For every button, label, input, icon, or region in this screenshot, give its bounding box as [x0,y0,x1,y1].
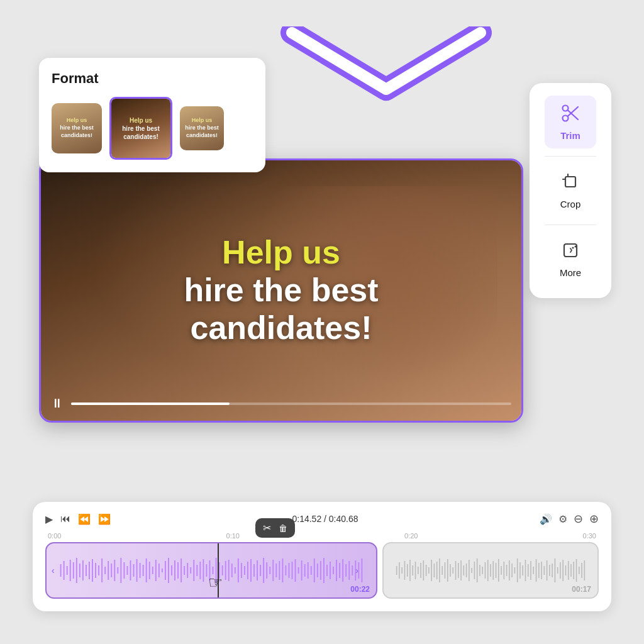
video-background: Help us hire the best candidates! ⏸ [41,160,521,421]
svg-rect-4 [565,177,575,187]
transport-controls: ▶ ⏮ ⏪ ⏩ [45,513,111,525]
headline-white2: candidates! [191,309,372,346]
timeline-controls: ▶ ⏮ ⏪ ⏩ 0:14.52 / 0:40.68 🔊 ⚙ ⊖ ⊕ [45,512,599,526]
skip-back-button[interactable]: ⏮ [60,513,70,525]
format-thumb-portrait[interactable]: Help ushire the bestcandidates! [109,97,172,160]
volume-icon[interactable]: 🔊 [540,513,552,525]
crop-label: Crop [560,199,581,209]
ruler-mark-1: 0:10 [226,532,240,540]
thumb-text-1: Help ushire the bestcandidates! [60,117,94,139]
svg-point-8 [572,247,574,249]
timeline-panel: ▶ ⏮ ⏪ ⏩ 0:14.52 / 0:40.68 🔊 ⚙ ⊖ ⊕ 0:00 0… [33,502,611,611]
ruler-mark-0: 0:00 [48,532,61,540]
track-scroll-left[interactable]: ‹ [52,565,55,575]
track-inactive[interactable]: 00:17 [382,542,599,599]
format-thumb-square[interactable]: Help ushire the bestcandidates! [52,103,102,153]
svg-point-9 [575,246,577,248]
view-controls: 🔊 ⚙ ⊖ ⊕ [540,512,599,526]
waveform-inactive [390,555,591,586]
timeline-ruler: 0:00 0:10 0:20 0:30 [45,532,599,540]
progress-fill [71,402,230,405]
trim-label: Trim [560,130,580,141]
format-panel: Format Help ushire the bestcandidates! H… [39,58,265,172]
format-title: Format [52,70,253,87]
main-container: Format Help ushire the bestcandidates! H… [20,20,624,624]
video-controls: ⏸ [51,396,511,411]
thumb-text-3: Help ushire the bestcandidates! [185,117,219,139]
track-active[interactable]: ‹ [45,542,377,599]
track-inactive-duration: 00:17 [572,585,591,594]
track-scroll-right[interactable]: › [355,565,358,575]
zoom-in-button[interactable]: ⊕ [589,512,599,526]
format-thumb-landscape[interactable]: Help ushire the bestcandidates! [180,106,224,150]
divider-1 [545,156,596,157]
rewind-button[interactable]: ⏪ [78,513,91,525]
trim-icon [560,103,580,126]
toolbar-item-crop[interactable]: Crop [545,164,596,217]
cursor-hand: ☞ [208,573,223,592]
headline-white1: hire the best [184,272,378,308]
arrow-decoration [279,26,493,111]
video-player: Help us hire the best candidates! ⏸ [39,158,523,423]
ruler-mark-2: 0:20 [404,532,418,540]
ruler-mark-3: 0:30 [583,532,596,540]
divider-2 [545,225,596,225]
toolbar-item-more[interactable]: More [545,233,596,286]
equalizer-icon[interactable]: ⚙ [558,513,567,525]
delete-tool-button[interactable]: 🗑 [279,523,287,533]
track-active-duration: 00:22 [350,585,370,594]
fast-forward-button[interactable]: ⏩ [98,513,111,525]
more-icon [560,240,580,264]
tracks-container: ✂ 🗑 ‹ [45,542,599,599]
time-display: 0:14.52 / 0:40.68 [292,514,358,524]
more-label: More [560,267,581,278]
right-toolbar: Trim Crop [530,83,611,298]
format-options: Help ushire the bestcandidates! Help ush… [52,97,253,160]
video-headline: Help us hire the best candidates! [184,234,378,347]
scissor-popup: ✂ 🗑 [255,518,295,538]
play-button[interactable]: ▶ [45,513,53,525]
crop-icon [560,172,580,195]
thumb-text-2: Help ushire the bestcandidates! [122,116,159,141]
scissor-tool-button[interactable]: ✂ [263,522,271,534]
video-text-overlay: Help us hire the best candidates! [184,234,378,347]
headline-yellow: Help us [222,234,340,270]
toolbar-item-trim[interactable]: Trim [545,96,596,148]
progress-bar[interactable] [71,402,511,405]
zoom-out-button[interactable]: ⊖ [574,512,583,526]
pause-button[interactable]: ⏸ [51,396,64,411]
